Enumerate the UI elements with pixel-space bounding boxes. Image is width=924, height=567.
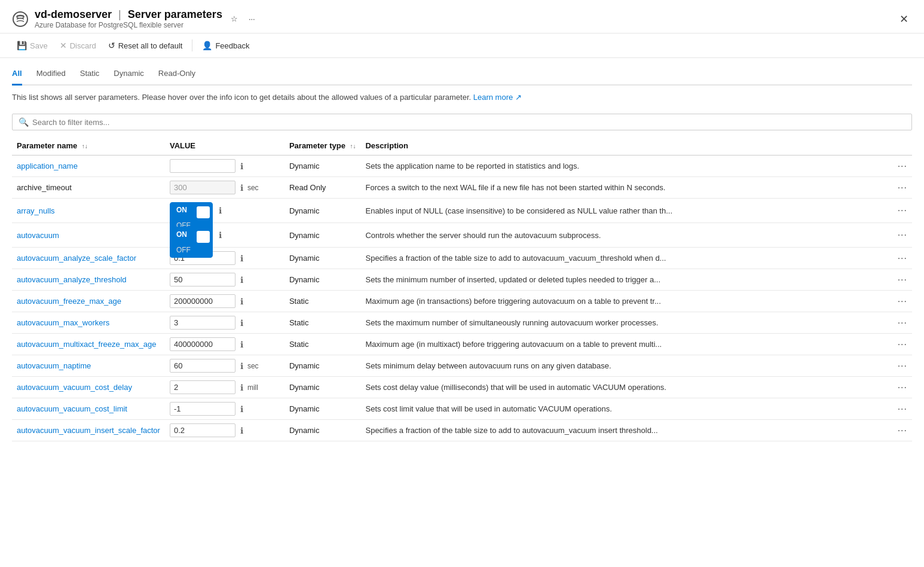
param-name-link[interactable]: array_nulls [17,206,55,215]
value-input[interactable] [170,380,235,394]
param-name-link[interactable]: autovacuum_multixact_freeze_max_age [17,340,156,349]
param-name-link[interactable]: autovacuum_naptime [17,361,91,370]
tabs: All Modified Static Dynamic Read-Only [12,65,912,86]
info-icon[interactable]: ℹ [240,361,243,371]
title-separator: | [118,8,121,20]
param-name-link[interactable]: autovacuum_vacuum_insert_scale_factor [17,426,160,435]
row-more-button[interactable]: ··· [898,230,907,240]
param-name-link[interactable]: autovacuum [17,231,59,240]
row-more-button[interactable]: ··· [898,275,907,285]
info-icon[interactable]: ℹ [240,426,243,435]
search-input-wrap: 🔍 [12,114,912,130]
param-type: Static [284,291,361,312]
tab-readonly[interactable]: Read-Only [158,65,195,86]
discard-icon: ✕ [60,41,67,50]
row-more-button[interactable]: ··· [898,425,907,436]
more-options-cell: ··· [888,377,912,398]
info-icon[interactable]: ℹ [219,230,222,240]
sort-icon-name[interactable]: ↑↓ [82,143,88,150]
info-icon[interactable]: ℹ [240,297,243,306]
learn-more-text: Learn more [473,93,513,102]
value-input[interactable] [170,402,235,416]
info-icon[interactable]: ℹ [240,161,243,171]
param-value-cell: ℹ [165,334,284,355]
param-value-cell: ON OFF ℹ [165,199,284,222]
description-text: This list shows all server parameters. P… [12,93,471,102]
search-input[interactable] [32,118,905,127]
row-more-button[interactable]: ··· [898,296,907,307]
title-text: vd-demoserver | Server parameters Azure … [35,8,222,29]
svg-point-0 [13,12,27,26]
info-icon[interactable]: ℹ [240,183,243,193]
param-name-link[interactable]: autovacuum_analyze_scale_factor [17,254,136,263]
feedback-button[interactable]: 👤 Feedback [197,38,254,53]
value-input[interactable] [170,294,235,308]
value-input[interactable] [170,316,235,330]
info-icon[interactable]: ℹ [240,383,243,392]
toggle-switch[interactable]: ON OFF [170,227,213,243]
param-type: Static [284,312,361,334]
param-name-link[interactable]: autovacuum_max_workers [17,318,109,327]
param-type: Static [284,334,361,355]
param-name-link[interactable]: autovacuum_vacuum_cost_limit [17,404,127,413]
table-area: Parameter name ↑↓ VALUE Parameter type ↑… [0,130,924,441]
value-input[interactable] [170,337,235,351]
tab-dynamic[interactable]: Dynamic [114,65,144,86]
toggle-switch[interactable]: ON OFF [170,202,213,219]
title-left: vd-demoserver | Server parameters Azure … [12,8,258,29]
unit-label: mill [247,383,258,392]
col-header-type: Parameter type ↑↓ [284,136,361,156]
row-more-button[interactable]: ··· [898,339,907,350]
table-row: autovacuum_analyze_scale_factorℹDynamicS… [12,248,912,269]
value-input[interactable] [170,423,235,437]
more-options-cell: ··· [888,420,912,441]
discard-button[interactable]: ✕ Discard [55,38,101,53]
info-icon[interactable]: ℹ [240,340,243,349]
row-more-button[interactable]: ··· [898,205,907,216]
row-more-button[interactable]: ··· [898,253,907,264]
close-button[interactable]: ✕ [896,11,912,27]
value-input[interactable] [170,273,235,286]
unit-label: sec [247,362,259,370]
row-more-button[interactable]: ··· [898,182,907,193]
more-options-button[interactable]: ··· [246,13,258,25]
info-icon[interactable]: ℹ [240,254,243,263]
value-input[interactable] [170,359,235,373]
tab-static[interactable]: Static [80,65,100,86]
table-row: autovacuum_vacuum_cost_delayℹmillDynamic… [12,377,912,398]
more-options-cell: ··· [888,248,912,269]
table-row: autovacuum_analyze_thresholdℹDynamicSets… [12,269,912,291]
more-options-cell: ··· [888,334,912,355]
save-button[interactable]: 💾 Save [12,38,53,53]
col-header-desc: Description [360,136,888,156]
learn-more-link[interactable]: Learn more ↗ [473,93,522,102]
param-name-link[interactable]: application_name [17,161,78,170]
tab-all[interactable]: All [12,65,22,86]
reset-button[interactable]: ↺ Reset all to default [103,38,188,53]
page-title-text: Server parameters [128,8,222,20]
row-more-button[interactable]: ··· [898,161,907,172]
value-input[interactable] [170,159,235,173]
param-type: Dynamic [284,269,361,291]
param-name-link[interactable]: autovacuum_vacuum_cost_delay [17,383,132,392]
star-button[interactable]: ☆ [228,13,240,25]
param-name-link[interactable]: autovacuum_freeze_max_age [17,297,121,306]
toggle-on-label: ON [176,206,187,214]
info-icon[interactable]: ℹ [240,318,243,328]
sort-icon-type[interactable]: ↑↓ [350,143,356,150]
tab-modified[interactable]: Modified [36,65,66,86]
info-icon[interactable]: ℹ [240,404,243,414]
info-icon[interactable]: ℹ [240,275,243,285]
info-icon[interactable]: ℹ [219,206,222,215]
description: This list shows all server parameters. P… [0,86,924,109]
row-more-button[interactable]: ··· [898,361,907,371]
save-label: Save [30,41,48,50]
param-name-link[interactable]: autovacuum_analyze_threshold [17,275,127,284]
table-row: autovacuum_multixact_freeze_max_ageℹStat… [12,334,912,355]
row-more-button[interactable]: ··· [898,404,907,414]
row-more-button[interactable]: ··· [898,382,907,393]
toolbar: 💾 Save ✕ Discard ↺ Reset all to default … [0,33,924,58]
more-options-cell: ··· [888,398,912,420]
param-type: Read Only [284,177,361,199]
row-more-button[interactable]: ··· [898,318,907,328]
